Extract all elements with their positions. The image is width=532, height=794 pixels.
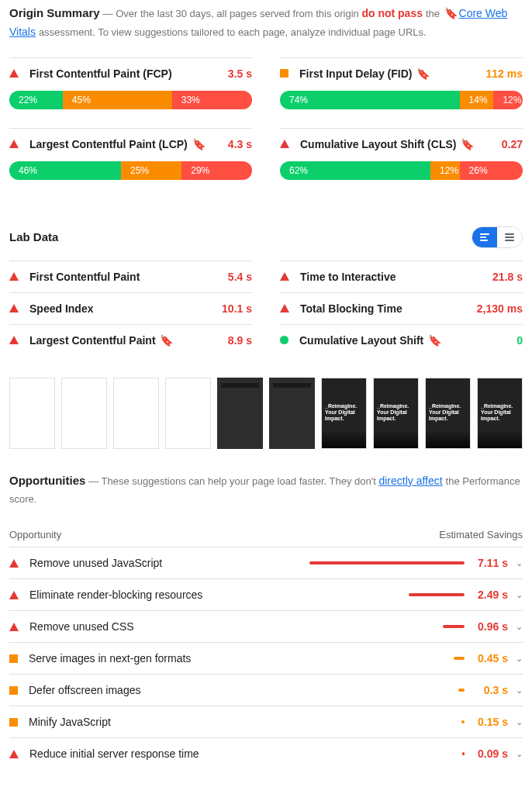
filmstrip-frame[interactable]	[269, 378, 315, 449]
opportunity-row[interactable]: Serve images in next-gen formats 0.45 s …	[9, 642, 523, 674]
bookmark-icon: 🔖	[160, 334, 173, 347]
savings-bar-wrap	[309, 561, 465, 564]
metric-block: First Input Delay (FID) 🔖 112 ms74%14%12…	[280, 57, 523, 109]
opportunity-row[interactable]: Remove unused CSS 0.96 s ⌄	[9, 610, 523, 642]
status-icon	[9, 272, 19, 281]
savings-bar	[458, 689, 465, 692]
status-icon	[9, 336, 19, 344]
opportunity-name: Remove unused JavaScript	[29, 557, 309, 569]
filmstrip-frame[interactable]: _Reimagine. Your Digital Impact.	[477, 378, 523, 449]
lab-metric-row: First Contentful Paint 5.4 s	[9, 261, 252, 292]
metric-block: First Contentful Paint (FCP) 3.5 s22%45%…	[9, 57, 252, 109]
origin-summary-header: Origin Summary — Over the last 30 days, …	[9, 0, 523, 51]
chevron-down-icon: ⌄	[516, 717, 523, 727]
lab-data-title: Lab Data	[9, 230, 58, 243]
metric-value: 3.5 s	[228, 67, 252, 80]
chevron-down-icon: ⌄	[516, 558, 523, 568]
distribution-bar: 74%14%12%	[280, 91, 523, 109]
opportunity-name: Eliminate render-blocking resources	[29, 589, 309, 601]
filmstrip-frame[interactable]: _Reimagine. Your Digital Impact.	[425, 378, 471, 449]
summary-text-3: assessment. To view suggestions tailored…	[39, 26, 427, 38]
distribution-bar: 22%45%33%	[9, 91, 252, 109]
metric-name: Largest Contentful Paint (LCP) 🔖	[29, 138, 228, 150]
view-toggle-compact[interactable]	[472, 227, 497, 247]
bookmark-icon: 🔖	[192, 138, 206, 150]
opportunity-value: 2.49 s	[471, 589, 508, 601]
savings-bar-wrap	[309, 689, 465, 692]
savings-bar-wrap	[309, 625, 465, 628]
savings-bar-wrap	[309, 593, 465, 596]
dist-segment: 12%	[493, 91, 523, 109]
status-icon	[9, 69, 19, 78]
filmstrip-frame[interactable]: _Reimagine. Your Digital Impact.	[321, 378, 367, 449]
status-icon	[9, 591, 19, 599]
savings-bar	[309, 561, 465, 564]
chevron-down-icon: ⌄	[516, 622, 523, 632]
opportunity-row[interactable]: Minify JavaScript 0.15 s ⌄	[9, 706, 523, 737]
opportunity-value: 0.45 s	[471, 652, 508, 665]
chevron-down-icon: ⌄	[516, 749, 523, 759]
dist-segment: 25%	[121, 161, 181, 180]
savings-bar-wrap	[309, 752, 465, 755]
lab-metric-value: 0	[516, 334, 523, 347]
dist-segment: 46%	[9, 161, 121, 180]
dist-segment: 29%	[181, 161, 252, 180]
opportunity-row[interactable]: Defer offscreen images 0.3 s ⌄	[9, 674, 523, 706]
opportunity-row[interactable]: Reduce initial server response time 0.09…	[9, 737, 523, 769]
lab-metric-name: First Contentful Paint	[29, 271, 228, 283]
lab-metric-name: Largest Contentful Paint 🔖	[29, 334, 228, 347]
metric-value: 0.27	[502, 138, 523, 150]
status-icon	[280, 69, 288, 78]
filmstrip-frame[interactable]	[165, 378, 211, 449]
opp-desc-1: — These suggestions can help your page l…	[88, 475, 378, 487]
filmstrip-frame[interactable]	[61, 378, 107, 449]
dist-segment: 22%	[9, 91, 63, 109]
status-icon	[9, 140, 19, 148]
opportunity-value: 0.3 s	[471, 684, 508, 696]
lab-metric-row: Time to Interactive 21.8 s	[280, 261, 523, 292]
status-icon	[9, 686, 18, 695]
savings-bar-wrap	[309, 657, 465, 660]
view-toggle	[472, 226, 523, 248]
savings-bar	[461, 720, 465, 723]
fail-text: do not pass	[361, 7, 423, 19]
status-icon	[280, 304, 289, 312]
origin-metrics-grid: First Contentful Paint (FCP) 3.5 s22%45%…	[9, 57, 523, 180]
opportunity-value: 0.96 s	[471, 620, 508, 633]
chevron-down-icon: ⌄	[516, 654, 523, 664]
opportunity-value: 7.11 s	[471, 557, 508, 569]
filmstrip-frame[interactable]	[217, 378, 263, 449]
lab-metric-name: Speed Index	[29, 302, 222, 315]
dist-segment: 26%	[460, 161, 523, 180]
lab-metric-value: 21.8 s	[492, 271, 523, 283]
lab-metric-name: Cumulative Layout Shift 🔖	[299, 334, 516, 347]
opportunities-list: Remove unused JavaScript 7.11 s ⌄ Elimin…	[9, 547, 523, 769]
metric-name: Cumulative Layout Shift (CLS) 🔖	[300, 138, 502, 150]
status-icon	[280, 140, 289, 148]
summary-text-2: the	[426, 8, 443, 19]
filmstrip-frame[interactable]	[9, 378, 55, 449]
opportunity-name: Reduce initial server response time	[29, 747, 309, 760]
opportunity-value: 0.15 s	[471, 716, 508, 728]
bookmark-icon: 🔖	[461, 138, 474, 150]
view-toggle-expanded[interactable]	[497, 227, 522, 247]
metric-name: First Input Delay (FID) 🔖	[299, 67, 486, 80]
opportunity-row[interactable]: Remove unused JavaScript 7.11 s ⌄	[9, 547, 523, 578]
metric-value: 112 ms	[486, 67, 523, 80]
lab-metric-name: Total Blocking Time	[300, 302, 477, 315]
directly-affect-link[interactable]: directly affect	[378, 475, 442, 487]
lab-metric-value: 8.9 s	[228, 334, 252, 347]
lab-metric-name: Time to Interactive	[300, 271, 492, 283]
status-icon	[9, 750, 19, 758]
savings-bar-wrap	[309, 720, 465, 723]
opportunity-name: Serve images in next-gen formats	[29, 652, 309, 665]
col-opportunity: Opportunity	[9, 529, 61, 540]
savings-bar	[454, 657, 465, 660]
dist-segment: 33%	[172, 91, 252, 109]
opportunity-row[interactable]: Eliminate render-blocking resources 2.49…	[9, 578, 523, 610]
opportunities-header: Opportunities — These suggestions can he…	[9, 471, 523, 509]
dist-segment: 62%	[280, 161, 430, 180]
filmstrip-frame[interactable]: _Reimagine. Your Digital Impact.	[373, 378, 419, 449]
filmstrip-frame[interactable]	[113, 378, 159, 449]
bookmark-icon: 🔖	[444, 5, 458, 23]
